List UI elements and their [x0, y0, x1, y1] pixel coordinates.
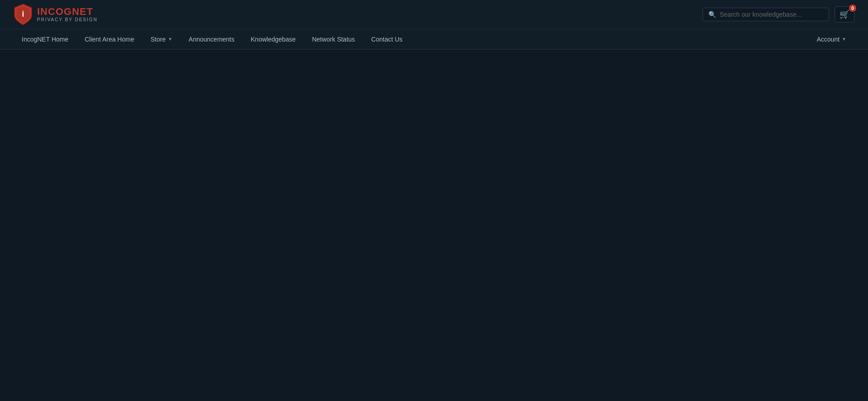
search-icon: 🔍 [708, 11, 716, 18]
logo-tagline: PRIVACY BY DESIGN [37, 18, 98, 22]
logo-name-highlight: INCOG [37, 6, 72, 17]
cart-button[interactable]: 🛒 0 [835, 6, 854, 23]
main-content [0, 50, 868, 401]
header-left: i INCOGNET PRIVACY BY DESIGN [14, 3, 98, 26]
nav-label-client-area-home: Client Area Home [85, 36, 134, 43]
search-input[interactable] [720, 11, 823, 18]
main-nav: IncogNET Home Client Area Home Store ▼ A… [0, 29, 868, 50]
nav-item-incognet-home[interactable]: IncogNET Home [14, 30, 76, 48]
logo-name-rest: NET [72, 6, 93, 17]
nav-label-contact-us: Contact Us [371, 36, 402, 43]
header-right: 🔍 🛒 0 [703, 6, 854, 23]
cart-icon: 🛒 [840, 9, 849, 19]
nav-item-announcements[interactable]: Announcements [180, 30, 242, 48]
site-header: i INCOGNET PRIVACY BY DESIGN 🔍 🛒 0 [0, 0, 868, 29]
account-button[interactable]: Account ▼ [809, 30, 855, 48]
search-container[interactable]: 🔍 [703, 8, 829, 21]
account-dropdown-arrow-icon: ▼ [842, 37, 846, 42]
logo-shield-icon: i [14, 3, 33, 26]
svg-text:i: i [22, 9, 24, 19]
store-dropdown-arrow-icon: ▼ [168, 37, 172, 42]
nav-label-announcements: Announcements [189, 36, 234, 43]
logo-text: INCOGNET PRIVACY BY DESIGN [37, 7, 98, 22]
nav-left: IncogNET Home Client Area Home Store ▼ A… [14, 30, 410, 48]
nav-item-network-status[interactable]: Network Status [304, 30, 363, 48]
nav-label-network-status: Network Status [312, 36, 355, 43]
cart-badge: 0 [849, 5, 856, 12]
nav-item-contact-us[interactable]: Contact Us [363, 30, 410, 48]
logo-link[interactable]: i INCOGNET PRIVACY BY DESIGN [14, 3, 98, 26]
nav-item-knowledgebase[interactable]: Knowledgebase [243, 30, 304, 48]
nav-item-client-area-home[interactable]: Client Area Home [76, 30, 142, 48]
nav-label-store: Store [151, 36, 165, 43]
nav-label-incognet-home: IncogNET Home [22, 36, 68, 43]
nav-right: Account ▼ [809, 30, 855, 48]
logo-name: INCOGNET [37, 7, 98, 17]
nav-item-store[interactable]: Store ▼ [142, 30, 180, 48]
nav-label-knowledgebase: Knowledgebase [251, 36, 296, 43]
account-label: Account [817, 36, 840, 43]
